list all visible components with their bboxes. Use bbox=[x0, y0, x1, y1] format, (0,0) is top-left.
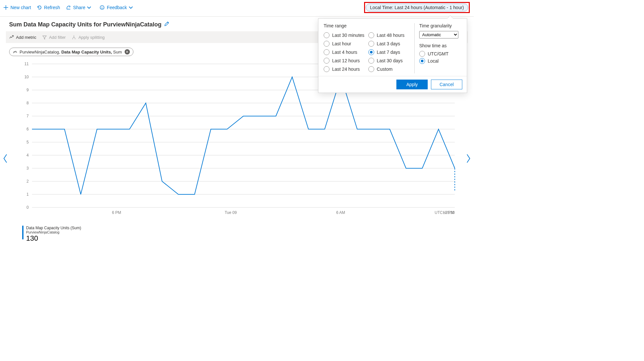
time-range-popover: Time range Last 30 minutesLast hourLast … bbox=[318, 18, 467, 93]
time-range-option[interactable]: Last 7 days bbox=[368, 49, 405, 55]
add-metric-button[interactable]: Add metric bbox=[9, 35, 36, 40]
new-chart-label: New chart bbox=[10, 5, 31, 10]
time-range-option[interactable]: Last 3 days bbox=[368, 41, 405, 47]
prev-chart-button[interactable] bbox=[3, 154, 8, 164]
time-range-option-label: Last 48 hours bbox=[377, 33, 405, 38]
svg-point-1 bbox=[101, 7, 102, 8]
refresh-button[interactable]: Refresh bbox=[37, 5, 60, 10]
time-range-option-label: Last 30 minutes bbox=[332, 33, 364, 38]
granularity-heading: Time granularity bbox=[419, 23, 462, 28]
show-time-option[interactable]: Local bbox=[419, 58, 462, 64]
legend-color-bar bbox=[22, 226, 23, 239]
refresh-label: Refresh bbox=[44, 5, 60, 10]
time-range-option[interactable]: Last 12 hours bbox=[324, 58, 364, 64]
feedback-label: Feedback bbox=[107, 5, 127, 10]
pencil-icon bbox=[164, 21, 169, 26]
chip-agg: Sum bbox=[113, 50, 122, 54]
time-range-option-label: Last hour bbox=[332, 41, 351, 46]
chart-legend: Data Map Capacity Units (Sum) PurviewNin… bbox=[22, 226, 474, 242]
svg-text:6 PM: 6 PM bbox=[112, 210, 121, 215]
next-chart-button[interactable] bbox=[466, 154, 471, 164]
show-time-option-label: Local bbox=[428, 58, 438, 64]
svg-text:7: 7 bbox=[26, 114, 29, 118]
show-time-option[interactable]: UTC/GMT bbox=[419, 51, 462, 57]
metric-series-icon bbox=[13, 50, 18, 54]
time-range-option-label: Last 12 hours bbox=[332, 58, 360, 63]
time-range-option[interactable]: Last 24 hours bbox=[324, 66, 364, 72]
add-metric-icon bbox=[9, 35, 14, 40]
chip-remove-button[interactable]: ✕ bbox=[125, 49, 130, 54]
show-time-heading: Show time as bbox=[419, 43, 462, 48]
svg-text:3: 3 bbox=[26, 166, 29, 171]
time-range-option[interactable]: Last 30 minutes bbox=[324, 32, 364, 38]
svg-text:Tue 09: Tue 09 bbox=[225, 210, 237, 215]
svg-point-2 bbox=[103, 7, 103, 8]
svg-text:10: 10 bbox=[24, 75, 29, 79]
svg-text:6 AM: 6 AM bbox=[336, 210, 345, 215]
add-filter-label: Add filter bbox=[49, 35, 66, 40]
svg-text:UTC+05:30: UTC+05:30 bbox=[435, 210, 455, 215]
apply-splitting-label: Apply splitting bbox=[78, 35, 104, 40]
smiley-icon bbox=[100, 5, 105, 10]
chart-title: Sum Data Map Capacity Units for PurviewN… bbox=[9, 21, 161, 28]
time-range-option[interactable]: Custom bbox=[368, 66, 405, 72]
top-toolbar: New chart Refresh Share Feedback Local T… bbox=[0, 0, 474, 17]
time-range-pill[interactable]: Local Time: Last 24 hours (Automatic - 1… bbox=[366, 4, 468, 11]
legend-value: 130 bbox=[26, 234, 81, 242]
time-range-option-label: Custom bbox=[377, 67, 392, 72]
svg-text:8: 8 bbox=[26, 101, 29, 105]
time-range-option-label: Last 30 days bbox=[377, 58, 403, 63]
add-filter-button[interactable]: Add filter bbox=[42, 35, 66, 40]
time-range-option[interactable]: Last 4 hours bbox=[324, 49, 364, 55]
show-time-options: UTC/GMTLocal bbox=[419, 51, 462, 64]
time-range-option-label: Last 7 days bbox=[377, 50, 400, 55]
svg-text:0: 0 bbox=[26, 205, 29, 210]
share-label: Share bbox=[73, 5, 85, 10]
svg-text:4: 4 bbox=[26, 153, 29, 158]
refresh-icon bbox=[37, 5, 42, 10]
add-metric-label: Add metric bbox=[16, 35, 36, 40]
svg-text:11: 11 bbox=[24, 62, 29, 66]
filter-icon bbox=[42, 35, 47, 40]
time-range-option-label: Last 3 days bbox=[377, 41, 400, 46]
share-icon bbox=[66, 5, 71, 10]
svg-text:6: 6 bbox=[26, 127, 29, 131]
time-range-label: Local Time: Last 24 hours (Automatic - 1… bbox=[370, 5, 464, 10]
split-icon bbox=[71, 35, 76, 40]
chevron-down-icon bbox=[128, 5, 133, 10]
legend-series-name: Data Map Capacity Units (Sum) bbox=[26, 226, 81, 230]
metric-chip[interactable]: PurviewNinjaCatalog, Data Map Capacity U… bbox=[9, 48, 133, 56]
chip-scope: PurviewNinjaCatalog bbox=[20, 50, 59, 54]
svg-text:9: 9 bbox=[26, 88, 29, 92]
time-range-options: Last 30 minutesLast hourLast 4 hoursLast… bbox=[324, 31, 410, 73]
cancel-button[interactable]: Cancel bbox=[431, 80, 462, 89]
time-range-option[interactable]: Last hour bbox=[324, 41, 364, 47]
share-button[interactable]: Share bbox=[66, 5, 94, 10]
apply-splitting-button[interactable]: Apply splitting bbox=[71, 35, 104, 40]
plus-icon bbox=[3, 5, 8, 10]
svg-point-0 bbox=[100, 6, 104, 9]
apply-button[interactable]: Apply bbox=[396, 80, 428, 89]
chevron-down-icon bbox=[86, 5, 92, 10]
time-range-option-label: Last 4 hours bbox=[332, 50, 357, 55]
time-range-option[interactable]: Last 30 days bbox=[368, 58, 405, 64]
time-range-heading: Time range bbox=[324, 23, 410, 28]
time-range-option[interactable]: Last 48 hours bbox=[368, 32, 405, 38]
time-range-option-label: Last 24 hours bbox=[332, 67, 360, 72]
svg-text:2: 2 bbox=[26, 179, 29, 184]
svg-text:1: 1 bbox=[26, 192, 29, 197]
new-chart-button[interactable]: New chart bbox=[3, 5, 31, 10]
show-time-option-label: UTC/GMT bbox=[428, 51, 449, 56]
feedback-button[interactable]: Feedback bbox=[100, 5, 135, 10]
chip-metric: Data Map Capacity Units, bbox=[61, 50, 112, 54]
time-range-highlight: Local Time: Last 24 hours (Automatic - 1… bbox=[364, 2, 470, 13]
svg-text:5: 5 bbox=[26, 140, 29, 144]
edit-title-button[interactable] bbox=[164, 21, 169, 28]
granularity-select[interactable]: Automatic bbox=[419, 31, 458, 38]
